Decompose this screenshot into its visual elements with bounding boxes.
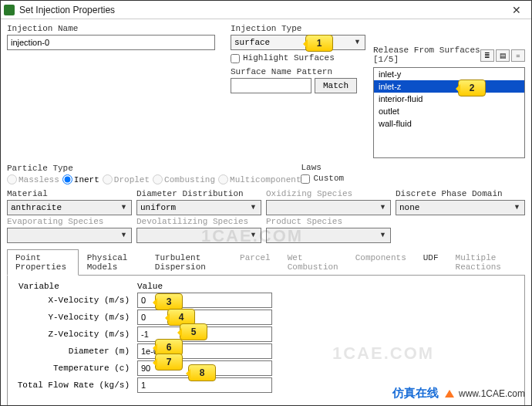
pattern-label: Surface Name Pattern (231, 67, 373, 76)
droplet-radio (103, 174, 113, 184)
massless-label: Massless (19, 175, 59, 184)
diameter-dist-select[interactable] (136, 200, 261, 215)
surfaces-deselectall-icon[interactable]: = (511, 49, 525, 62)
droplet-label: Droplet (114, 175, 150, 184)
combusting-label: Combusting (164, 175, 215, 184)
material-label: Material (7, 189, 132, 198)
tab-parcel: Parcel (231, 249, 279, 276)
temperature-label: Temperature (c) (14, 364, 137, 373)
inert-radio[interactable] (62, 174, 72, 184)
material-select[interactable] (7, 200, 132, 215)
window-title: Set Injection Properties (19, 5, 505, 15)
surfaces-selectall-icon[interactable]: ▤ (496, 49, 510, 62)
prod-select (266, 228, 391, 243)
tab-udf[interactable]: UDF (415, 249, 447, 276)
surfaces-filter-icon[interactable]: ≣ (480, 49, 494, 62)
inert-label: Inert (74, 175, 99, 184)
pattern-input[interactable] (231, 78, 311, 93)
highlight-surfaces-label: Highlight Surfaces (243, 53, 335, 63)
brand-icon (445, 390, 454, 398)
custom-laws-checkbox[interactable] (301, 174, 310, 184)
titlebar: Set Injection Properties ✕ (1, 1, 531, 19)
brand-footer: 仿真在线 www.1CAE.com (392, 386, 525, 401)
injection-name-label: Injection Name (7, 24, 231, 33)
total-flow-rate-label: Total Flow Rate (kg/s) (14, 381, 137, 390)
prod-label: Product Species (266, 217, 391, 226)
z-velocity-label: Z-Velocity (m/s) (14, 330, 137, 339)
combusting-radio (153, 174, 163, 184)
highlight-surfaces-checkbox[interactable] (231, 54, 240, 63)
callout-8: 8 (188, 364, 216, 381)
release-surfaces-list[interactable]: inlet-y inlet-z interior-fluid outlet wa… (373, 67, 525, 158)
list-item[interactable]: wall-fluid (374, 117, 524, 130)
release-surfaces-label: Release From Surfaces [1/5] (373, 46, 480, 64)
devol-label: Devolatilizing Species (136, 217, 261, 226)
particle-type-label: Particle Type (7, 164, 301, 173)
variable-header: Variable (14, 282, 137, 291)
list-item[interactable]: outlet (374, 105, 524, 117)
tab-multiple-reactions: Multiple Reactions (447, 249, 525, 276)
tabs: Point Properties Physical Models Turbule… (7, 249, 525, 276)
callout-3: 3 (155, 293, 183, 310)
list-item[interactable]: inlet-z (374, 80, 524, 93)
x-velocity-label: X-Velocity (m/s) (14, 296, 137, 305)
evap-select (7, 228, 132, 243)
dpd-label: Discrete Phase Domain (396, 189, 525, 198)
app-icon (4, 5, 15, 15)
close-icon[interactable]: ✕ (505, 4, 528, 16)
dialog-content: Injection Name Injection Type Highlight … (1, 19, 531, 381)
tab-wet-combustion: Wet Combustion (279, 249, 347, 276)
injection-name-input[interactable] (7, 35, 215, 50)
callout-2: 2 (458, 80, 486, 96)
tab-point-properties[interactable]: Point Properties (7, 249, 79, 276)
dpd-select[interactable] (396, 200, 525, 215)
match-button[interactable]: Match (315, 78, 357, 93)
brand-cn: 仿真在线 (392, 386, 439, 401)
callout-7: 7 (155, 354, 183, 370)
callout-1: 1 (305, 35, 333, 52)
value-header: Value (137, 282, 163, 291)
diameter-label: Diameter (m) (14, 347, 137, 356)
evap-label: Evaporating Species (7, 217, 132, 226)
devol-select (136, 228, 261, 243)
callout-5: 5 (180, 323, 207, 340)
multicomponent-radio (218, 174, 228, 184)
tab-components: Components (347, 249, 415, 276)
brand-url: www.1CAE.com (459, 388, 525, 399)
tab-physical-models[interactable]: Physical Models (79, 249, 146, 276)
tab-turbulent-dispersion[interactable]: Turbulent Dispersion (146, 249, 231, 276)
custom-laws-label: Custom (313, 174, 344, 183)
oxidizing-label: Oxidizing Species (266, 189, 391, 198)
diameter-dist-label: Diameter Distribution (136, 189, 261, 198)
list-item[interactable]: inlet-y (374, 68, 524, 80)
injection-type-label: Injection Type (231, 24, 373, 33)
laws-label: Laws (301, 163, 393, 172)
list-item[interactable]: interior-fluid (374, 93, 524, 105)
y-velocity-label: Y-Velocity (m/s) (14, 313, 137, 322)
oxidizing-select (266, 200, 391, 215)
y-velocity-input[interactable] (137, 310, 272, 325)
multicomponent-label: Multicomponent (230, 175, 301, 184)
massless-radio (7, 174, 17, 184)
